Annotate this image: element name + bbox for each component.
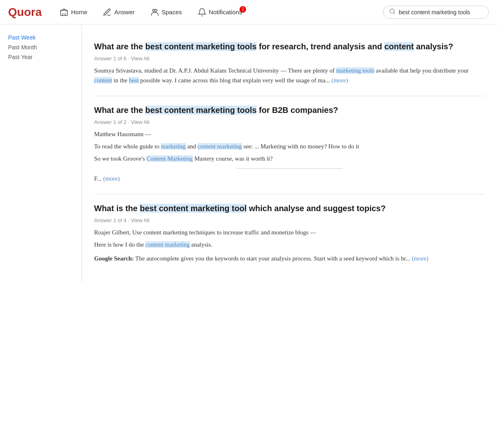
nav-home-label: Home [71, 9, 87, 15]
q1-link-content[interactable]: content [94, 77, 112, 84]
q3-author: Roajer Gilbert, Use content marketing te… [94, 229, 316, 236]
inner-separator [237, 168, 343, 169]
q3-bold-label: Google Search: [94, 255, 134, 262]
q1-link-best[interactable]: best [129, 77, 139, 84]
bell-icon [198, 8, 207, 17]
search-box[interactable] [383, 6, 489, 19]
nav-item-home[interactable]: Home [54, 4, 93, 20]
q3-answer-text: Roajer Gilbert, Use content marketing te… [94, 227, 485, 237]
q1-view-all[interactable]: View All [131, 55, 149, 62]
logo[interactable]: Quora [8, 6, 42, 19]
q2-view-all[interactable]: View All [131, 119, 149, 125]
header: Quora Home Answer [0, 0, 497, 24]
question-title-3[interactable]: What is the best content marketing tool … [94, 203, 485, 214]
q1-author: Soumya Srivastava, studied at Dr. A.P.J.… [94, 67, 279, 74]
sidebar-item-past-year[interactable]: Past Year [8, 52, 73, 62]
q3-text2: analysis. [190, 241, 213, 248]
sidebar-item-past-week[interactable]: Past Week [8, 33, 73, 42]
q2-title-after: for B2B companies? [257, 106, 338, 115]
q3-text1: Here is how I do the [94, 241, 145, 248]
q3-title-highlight: best content marketing tool [140, 204, 246, 213]
svg-line-6 [394, 13, 395, 14]
q2-link-content-marketing[interactable]: content marketing [198, 143, 242, 150]
nav-item-notifications[interactable]: 1 Notifications [192, 4, 248, 20]
q2-text1: To read the whole guide to [94, 143, 161, 150]
q3-answer-body: Here is how I do the content marketing a… [94, 240, 485, 249]
q2-answer-line2: So we took Groove's Content Marketing Ma… [94, 154, 485, 163]
q2-more-link[interactable]: (more) [103, 175, 120, 182]
q3-title-before: What is the [94, 204, 140, 213]
sidebar-item-past-month[interactable]: Past Month [8, 42, 73, 52]
question-title-2[interactable]: What are the best content marketing tool… [94, 104, 485, 116]
q1-title-highlight: best content marketing tools [145, 42, 257, 51]
q1-answer-text: Soumya Srivastava, studied at Dr. A.P.J.… [94, 66, 485, 85]
q2-text2: and [186, 143, 198, 150]
q1-dash: — There are plenty of [280, 67, 336, 74]
main-nav: Home Answer Spaces [54, 4, 383, 20]
q3-answer-meta: Answer 1 of 4 · View All [94, 217, 485, 223]
svg-rect-0 [61, 10, 68, 15]
q1-text4: possible way. I came across this blog th… [139, 77, 332, 84]
answer-icon [103, 8, 112, 17]
nav-item-spaces[interactable]: Spaces [145, 4, 188, 20]
notification-badge: 1 [240, 6, 246, 13]
q3-link-content-marketing[interactable]: content marketing [145, 241, 190, 248]
q2-text5: Mastery course, was it worth it? [193, 155, 273, 162]
nav-notifications-label: Notifications [209, 9, 242, 15]
page-container: Past Week Past Month Past Year What are … [0, 24, 497, 282]
q2-link-content-marketing-2[interactable]: Content Marketing [147, 155, 193, 162]
q2-author: Matthew Hausmann — [94, 131, 151, 137]
question-block-2: What are the best content marketing tool… [94, 96, 485, 194]
q2-text3: see: ... Marketing with no money? How to… [242, 143, 359, 150]
q1-title-before: What are the [94, 42, 145, 51]
q2-title-highlight: best content marketing tools [145, 106, 257, 115]
q2-continuation: F... (more) [94, 174, 485, 183]
q2-f-text: F... [94, 175, 103, 182]
q3-more-link[interactable]: (more) [412, 255, 429, 262]
q1-text3: in the [112, 77, 129, 84]
svg-point-4 [155, 9, 157, 11]
q2-answer-body: To read the whole guide to marketing and… [94, 141, 485, 151]
search-icon [389, 8, 396, 16]
q2-text4: So we took Groove's [94, 155, 147, 162]
q2-link-marketing[interactable]: marketing [161, 143, 186, 150]
main-content: What are the best content marketing tool… [81, 24, 497, 282]
q1-answer-meta: Answer 1 of 6 · View All [94, 55, 485, 62]
nav-spaces-label: Spaces [162, 9, 182, 15]
nav-item-answer[interactable]: Answer [97, 4, 140, 20]
svg-point-3 [152, 9, 155, 11]
question-title-1[interactable]: What are the best content marketing tool… [94, 41, 485, 52]
sidebar: Past Week Past Month Past Year [0, 24, 81, 282]
q1-more-link[interactable]: (more) [332, 77, 348, 84]
question-block-3: What is the best content marketing tool … [94, 194, 485, 274]
q3-view-all[interactable]: View All [131, 217, 149, 223]
q2-title-before: What are the [94, 106, 145, 115]
q1-title-after: for research, trend analysis and content… [257, 42, 453, 51]
search-input[interactable] [399, 9, 480, 15]
question-block-1: What are the best content marketing tool… [94, 33, 485, 96]
svg-point-5 [390, 9, 394, 13]
nav-answer-label: Answer [114, 9, 134, 15]
q1-text2: available that help you distribute your [374, 67, 469, 74]
q3-bold-section: Google Search: The autocomplete gives yo… [94, 254, 485, 263]
q3-bold-text: The autocomplete gives you the keywords … [134, 255, 412, 262]
spaces-icon [150, 8, 159, 17]
q1-link-marketing-tools[interactable]: marketing tools [336, 67, 374, 74]
home-icon [59, 8, 68, 17]
q3-title-after: which analyse and suggest topics? [246, 204, 385, 213]
q2-answer-meta: Answer 1 of 2 · View All [94, 119, 485, 125]
q2-answer-text: Matthew Hausmann — [94, 129, 485, 139]
